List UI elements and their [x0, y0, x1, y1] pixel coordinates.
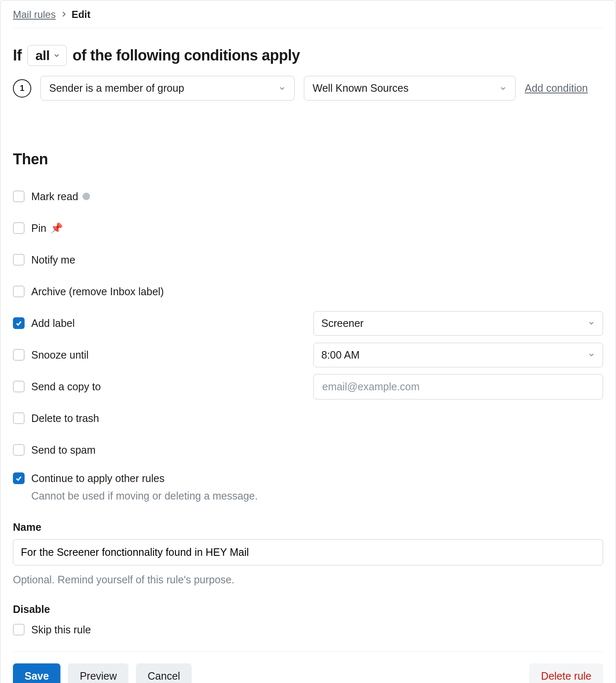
action-continue: Continue to apply other rules [13, 470, 603, 487]
action-archive: Archive (remove Inbox label) [13, 276, 603, 307]
delete-checkbox[interactable] [13, 412, 25, 424]
chevron-down-icon [53, 52, 60, 59]
footer: Save Preview Cancel Delete rule [13, 651, 603, 683]
match-mode-value: all [35, 49, 50, 62]
disable-section: Disable Skip this rule [13, 603, 603, 638]
breadcrumb-root-link[interactable]: Mail rules [13, 9, 56, 20]
continue-checkbox[interactable] [13, 472, 25, 484]
add-condition-link[interactable]: Add condition [525, 82, 588, 94]
continue-note: Cannot be used if moving or deleting a m… [31, 490, 603, 502]
notify-label: Notify me [31, 254, 75, 266]
action-send-copy: Send a copy to [13, 371, 603, 402]
action-notify: Notify me [13, 244, 603, 276]
add-label-value: Screener [321, 317, 363, 329]
condition-value-text: Well Known Sources [313, 82, 408, 94]
chevron-down-icon [588, 319, 595, 327]
archive-checkbox[interactable] [13, 286, 25, 297]
dot-icon [83, 193, 90, 200]
skip-checkbox[interactable] [13, 624, 25, 635]
condition-value-select[interactable]: Well Known Sources [304, 76, 516, 100]
preview-button[interactable]: Preview [68, 663, 128, 683]
snooze-checkbox[interactable] [13, 349, 25, 361]
continue-label: Continue to apply other rules [31, 472, 165, 485]
save-button[interactable]: Save [13, 663, 60, 683]
action-delete: Delete to trash [13, 402, 603, 434]
chevron-right-icon [60, 9, 68, 20]
then-heading: Then [13, 151, 603, 168]
add-label-checkbox[interactable] [13, 317, 25, 329]
pin-checkbox[interactable] [13, 222, 25, 234]
send-copy-label: Send a copy to [31, 381, 101, 393]
disable-label: Disable [13, 603, 603, 615]
breadcrumb: Mail rules Edit [13, 9, 603, 28]
name-section: Name Optional. Remind yourself of this r… [13, 521, 603, 586]
action-add-label: Add label Screener [13, 307, 603, 339]
mail-rule-edit-page: Mail rules Edit If all of the following … [0, 0, 616, 683]
spam-label: Send to spam [31, 444, 95, 456]
snooze-select[interactable]: 8:00 AM [313, 343, 603, 367]
spam-checkbox[interactable] [13, 444, 25, 456]
action-pin: Pin 📌 [13, 212, 603, 244]
if-prefix: If [13, 47, 22, 64]
send-copy-input[interactable] [321, 380, 595, 393]
mark-read-label: Mark read [31, 191, 78, 203]
actions-list: Mark read Pin 📌 Notify me [13, 181, 603, 506]
name-label: Name [13, 521, 603, 533]
snooze-value: 8:00 AM [321, 349, 360, 361]
mark-read-checkbox[interactable] [13, 191, 25, 202]
add-label-select[interactable]: Screener [313, 311, 603, 336]
chevron-down-icon [588, 351, 595, 359]
pin-label: Pin [31, 222, 46, 234]
breadcrumb-current: Edit [72, 9, 90, 20]
add-label-label: Add label [31, 317, 75, 329]
match-mode-select[interactable]: all [28, 45, 67, 66]
skip-label: Skip this rule [31, 624, 91, 636]
delete-label: Delete to trash [31, 412, 99, 424]
pin-icon: 📌 [50, 222, 63, 234]
chevron-down-icon [278, 85, 286, 92]
archive-label: Archive (remove Inbox label) [31, 286, 164, 298]
name-input[interactable] [13, 539, 603, 565]
name-hint: Optional. Remind yourself of this rule's… [13, 574, 603, 586]
action-snooze: Snooze until 8:00 AM [13, 339, 603, 371]
delete-rule-button[interactable]: Delete rule [529, 663, 603, 683]
snooze-label: Snooze until [31, 349, 89, 361]
send-copy-input-wrapper [313, 374, 603, 399]
if-heading: If all of the following conditions apply [13, 45, 603, 66]
action-mark-read: Mark read [13, 181, 603, 212]
cancel-button[interactable]: Cancel [136, 663, 192, 683]
if-suffix: of the following conditions apply [73, 47, 300, 64]
condition-row: 1 Sender is a member of group Well Known… [13, 76, 603, 100]
condition-type-value: Sender is a member of group [49, 82, 184, 94]
chevron-down-icon [499, 85, 507, 92]
send-copy-checkbox[interactable] [13, 381, 25, 392]
action-skip: Skip this rule [13, 621, 603, 638]
condition-index-badge: 1 [13, 79, 31, 98]
action-spam: Send to spam [13, 434, 603, 466]
notify-checkbox[interactable] [13, 254, 25, 266]
condition-type-select[interactable]: Sender is a member of group [40, 76, 295, 100]
